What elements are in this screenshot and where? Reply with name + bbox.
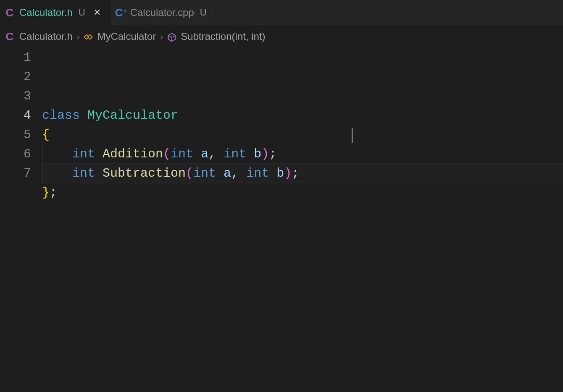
code-line[interactable]: int Subtraction(int a, int b); xyxy=(42,164,563,183)
cpp-file-icon: C xyxy=(115,6,126,19)
close-icon[interactable]: ✕ xyxy=(92,7,102,18)
tab-calculator-cpp[interactable]: C Calculator.cpp U xyxy=(111,0,216,25)
code-editor[interactable]: 1234567 class MyCalculator{ int Addition… xyxy=(0,48,563,241)
modified-indicator: U xyxy=(79,7,85,18)
breadcrumb-class[interactable]: MyCalculator xyxy=(97,31,156,42)
line-gutter: 1234567 xyxy=(0,48,42,241)
code-line[interactable] xyxy=(42,202,563,222)
modified-indicator: U xyxy=(200,7,207,18)
code-content[interactable]: class MyCalculator{ int Addition(int a, … xyxy=(42,48,563,241)
c-file-icon: C xyxy=(4,6,15,19)
code-line[interactable]: }; xyxy=(42,183,563,202)
code-line[interactable]: int Addition(int a, int b); xyxy=(42,144,563,164)
tabs-bar: C Calculator.h U ✕ C Calculator.cpp U xyxy=(0,0,563,25)
c-file-icon: C xyxy=(4,30,15,43)
code-line[interactable] xyxy=(42,222,563,241)
code-line[interactable]: class MyCalculator xyxy=(42,106,563,125)
tab-calculator-h[interactable]: C Calculator.h U ✕ xyxy=(0,0,111,25)
chevron-right-icon: › xyxy=(160,32,163,42)
breadcrumb-method[interactable]: Subtraction(int, int) xyxy=(181,31,265,42)
breadcrumb-file[interactable]: Calculator.h xyxy=(19,31,73,42)
method-icon xyxy=(167,31,176,42)
code-line[interactable]: { xyxy=(42,125,563,144)
tab-label: Calculator.h xyxy=(19,7,73,18)
chevron-right-icon: › xyxy=(77,32,80,42)
class-icon xyxy=(84,31,93,42)
tab-label: Calculator.cpp xyxy=(130,7,194,18)
breadcrumbs[interactable]: C Calculator.h › MyCalculator › Subtract… xyxy=(0,25,563,48)
